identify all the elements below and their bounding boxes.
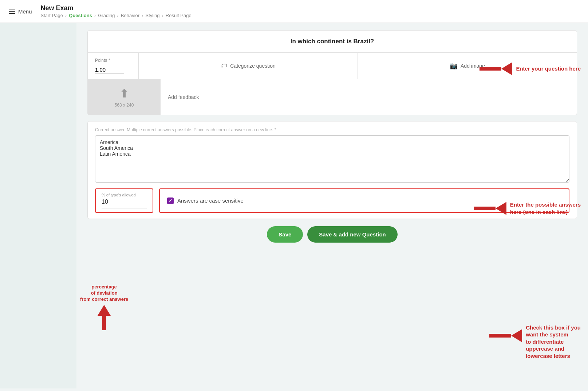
breadcrumb-sep-2: › (94, 13, 96, 18)
case-sensitive-checkbox[interactable] (167, 198, 174, 204)
breadcrumb-questions[interactable]: Questions (69, 13, 92, 18)
add-image-cell[interactable]: 📷 Add image (358, 53, 577, 79)
breadcrumb-result-page[interactable]: Result Page (166, 13, 192, 18)
case-sensitive-box[interactable]: Answers are case sensitive (159, 188, 569, 213)
camera-icon: 📷 (450, 62, 458, 70)
upload-dims: 568 x 240 (115, 103, 134, 108)
breadcrumb-sep-4: › (142, 13, 143, 18)
breadcrumb-styling[interactable]: Styling (145, 13, 159, 18)
question-card: In which continent is Brazil? Points * 🏷… (87, 30, 577, 115)
save-button[interactable]: Save (267, 226, 303, 243)
header-title-area: New Exam Start Page › Questions › Gradin… (41, 4, 192, 18)
options-row: % of typo's allowed 10 Answers are case … (95, 188, 569, 213)
sidebar (0, 23, 76, 388)
question-area: In which continent is Brazil? (88, 31, 577, 52)
main-content: In which continent is Brazil? Points * 🏷… (76, 23, 588, 388)
answers-textarea[interactable]: America South America Latin America (95, 135, 569, 183)
points-cell: Points * (88, 53, 139, 79)
case-arrow (489, 329, 522, 342)
menu-label: Menu (18, 8, 32, 15)
points-label: Points * (95, 58, 110, 63)
case-sensitive-label: Answers are case sensitive (177, 198, 244, 204)
categorize-cell[interactable]: 🏷 Categorize question (139, 53, 358, 79)
add-image-label: Add image (461, 63, 485, 69)
upload-icon: ⬆ (119, 87, 129, 100)
typo-underline (102, 208, 147, 208)
answers-card: Correct answer. Multiple correct answers… (87, 121, 577, 219)
feedback-row: ⬆ 568 x 240 (88, 79, 577, 115)
breadcrumb-start-page[interactable]: Start Page (41, 13, 63, 18)
categorize-label: Categorize question (230, 63, 276, 69)
breadcrumb-sep-1: › (65, 13, 67, 18)
save-add-button[interactable]: Save & add new Question (307, 226, 397, 243)
exam-title: New Exam (41, 4, 192, 12)
points-input[interactable] (95, 66, 124, 74)
breadcrumb-behavior[interactable]: Behavior (121, 13, 139, 18)
typo-box: % of typo's allowed 10 (95, 188, 153, 213)
typo-value[interactable]: 10 (102, 199, 147, 205)
tag-icon: 🏷 (221, 62, 227, 70)
question-text[interactable]: In which continent is Brazil? (96, 38, 568, 45)
hamburger-icon (9, 9, 15, 14)
breadcrumb-sep-3: › (117, 13, 118, 18)
layout: In which continent is Brazil? Points * 🏷… (0, 23, 588, 388)
case-text: Check this box if youwant the systemto d… (526, 324, 581, 360)
annotation-percentage: percentageof deviationfrom correct answe… (80, 284, 128, 330)
annotation-case: Check this box if youwant the systemto d… (489, 324, 581, 360)
meta-row: Points * 🏷 Categorize question 📷 Add ima… (88, 52, 577, 79)
buttons-row: Save Save & add new Question (87, 226, 577, 243)
percentage-text: percentageof deviationfrom correct answe… (80, 284, 128, 303)
breadcrumb: Start Page › Questions › Grading › Behav… (41, 13, 192, 18)
header: Menu New Exam Start Page › Questions › G… (0, 0, 588, 23)
typo-label: % of typo's allowed (102, 193, 147, 197)
breadcrumb-grading[interactable]: Grading (98, 13, 115, 18)
breadcrumb-sep-5: › (162, 13, 163, 18)
upload-area[interactable]: ⬆ 568 x 240 (88, 79, 161, 115)
menu-button[interactable]: Menu (9, 8, 32, 15)
feedback-input[interactable] (161, 88, 577, 106)
percentage-arrow (98, 305, 111, 330)
answers-label: Correct answer. Multiple correct answers… (95, 127, 569, 132)
